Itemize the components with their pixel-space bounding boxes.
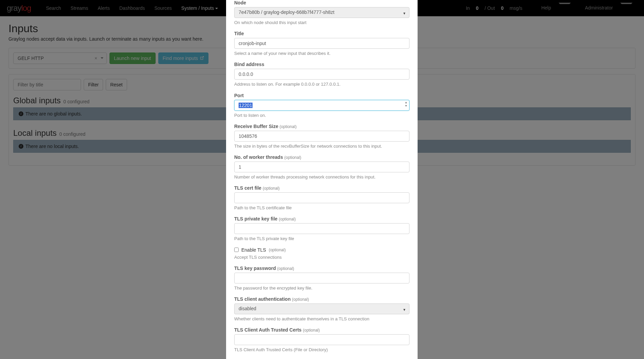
field-recv-buffer: Receive Buffer Size (optional) The size …	[234, 124, 409, 149]
tlskey-help: Path to the TLS private key file	[234, 236, 409, 242]
input-config-modal: Node 7e47b80b / graylog-deploy-668b7f477…	[226, 0, 418, 359]
enable-tls-label: Enable TLS	[241, 247, 266, 253]
field-tls-key: TLS private key file (optional) Path to …	[234, 216, 409, 242]
field-tls-client-auth: TLS client authentication (optional) dis…	[234, 296, 409, 322]
spin-up-icon[interactable]: ▲	[405, 101, 407, 104]
node-help: On which node should this input start	[234, 20, 409, 26]
field-tls-cert: TLS cert file (optional) Path to the TLS…	[234, 185, 409, 211]
field-tls-trusted-certs: TLS Client Auth Trusted Certs (optional)…	[234, 327, 409, 353]
port-help: Port to listen on.	[234, 112, 409, 119]
field-tls-password: TLS key password (optional) The password…	[234, 266, 409, 291]
bind-input[interactable]	[234, 69, 409, 80]
workers-label: No. of worker threads (optional)	[234, 154, 409, 160]
port-input[interactable]: 12201	[234, 100, 409, 111]
bind-help: Address to listen on. For example 0.0.0.…	[234, 81, 409, 87]
enable-tls-checkbox[interactable]	[234, 248, 239, 252]
tlspass-help: The password for the encrypted key file.	[234, 285, 409, 291]
recvbuf-input[interactable]	[234, 131, 409, 142]
spin-down-icon[interactable]: ▼	[405, 105, 407, 107]
port-label: Port	[234, 93, 409, 98]
node-label: Node	[234, 0, 409, 5]
title-help: Select a name of your new input that des…	[234, 50, 409, 57]
field-bind-address: Bind address Address to listen on. For e…	[234, 62, 409, 87]
recvbuf-help: The size in bytes of the recvBufferSize …	[234, 143, 409, 149]
enable-tls-help: Accept TLS connections	[234, 254, 409, 260]
field-node: Node 7e47b80b / graylog-deploy-668b7f477…	[234, 0, 409, 26]
tlskey-input[interactable]	[234, 223, 409, 234]
tlsauth-label: TLS client authentication (optional)	[234, 296, 409, 302]
field-enable-tls: Enable TLS (optional) Accept TLS connect…	[234, 247, 409, 260]
tlscert-help: Path to the TLS certificate file	[234, 205, 409, 211]
tlscerts-input[interactable]	[234, 334, 409, 345]
workers-input[interactable]	[234, 162, 409, 172]
tlscerts-help: TLS Client Auth Trusted Certs (File or D…	[234, 347, 409, 353]
tlscert-input[interactable]	[234, 192, 409, 203]
title-label: Title	[234, 31, 409, 36]
tlscert-label: TLS cert file (optional)	[234, 185, 409, 191]
field-worker-threads: No. of worker threads (optional) Number …	[234, 154, 409, 180]
bind-label: Bind address	[234, 62, 409, 67]
field-port: Port 12201 ▲▼ Port to listen on.	[234, 93, 409, 119]
tlspass-input[interactable]	[234, 273, 409, 283]
workers-help: Number of worker threads processing netw…	[234, 174, 409, 180]
node-select[interactable]: 7e47b80b / graylog-deploy-668b7f4777-sh8…	[234, 7, 409, 18]
recvbuf-label: Receive Buffer Size (optional)	[234, 124, 409, 129]
tlskey-label: TLS private key file (optional)	[234, 216, 409, 221]
field-title: Title Select a name of your new input th…	[234, 31, 409, 57]
title-input[interactable]	[234, 38, 409, 49]
number-spinner[interactable]: ▲▼	[405, 101, 407, 107]
tlspass-label: TLS key password (optional)	[234, 266, 409, 271]
tlscerts-label: TLS Client Auth Trusted Certs (optional)	[234, 327, 409, 333]
tlsauth-select[interactable]: disabled	[234, 303, 409, 314]
tlsauth-help: Whether clients need to authenticate the…	[234, 316, 409, 322]
